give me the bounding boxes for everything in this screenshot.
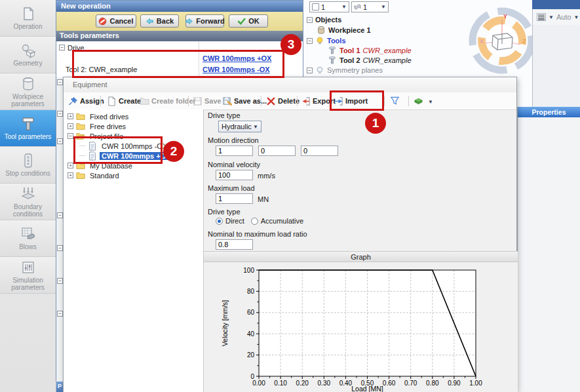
folder-icon bbox=[76, 122, 85, 131]
collapsed-properties-tab[interactable]: P bbox=[56, 381, 63, 392]
equipment-tree-item[interactable]: CWR 100mmps -OX bbox=[79, 141, 169, 151]
collapse-icon[interactable]: − bbox=[57, 245, 63, 251]
forward-button[interactable]: Forward bbox=[185, 14, 224, 28]
collapse-icon[interactable]: − bbox=[57, 278, 63, 284]
folder-open-icon bbox=[76, 132, 85, 141]
y-tick-label: 80 bbox=[247, 288, 255, 295]
expand-icon[interactable]: + bbox=[68, 163, 73, 168]
equipment-tree-item-selected[interactable]: CWR 100mmps +OX bbox=[79, 151, 172, 161]
objects-tree-tool[interactable]: Tool 1CWR_example bbox=[328, 46, 412, 55]
assign-button[interactable]: Assign bbox=[67, 94, 106, 108]
tool-row[interactable]: Tool 1: CWR_exampleCWR 100mmps +OX bbox=[56, 52, 303, 64]
objects-tree-root[interactable]: − Objects bbox=[307, 15, 341, 24]
motion-direction-z-input[interactable] bbox=[301, 146, 338, 156]
filter-button[interactable] bbox=[389, 94, 402, 108]
nominal-velocity-input[interactable] bbox=[216, 170, 253, 180]
tool-row[interactable]: Tool 2: CWR_exampleCWR 100mmps -OX bbox=[56, 64, 303, 75]
collapse-icon[interactable]: − bbox=[57, 79, 63, 85]
sidebar-item-label: Operation bbox=[12, 23, 44, 30]
workpiece-icon bbox=[317, 26, 326, 35]
collapse-icon[interactable]: − bbox=[59, 45, 65, 50]
sidebar-item-label: Geometry bbox=[12, 60, 44, 67]
drive-type-label: Drive type bbox=[208, 111, 241, 119]
back-button[interactable]: Back bbox=[140, 14, 179, 28]
expand-icon[interactable]: + bbox=[68, 172, 73, 178]
drive-graph: 0.000.100.200.300.400.500.600.700.800.90… bbox=[204, 262, 518, 392]
sidebar-item-boundary-conditions[interactable]: Boundary conditions bbox=[0, 184, 56, 220]
right-panel-caption bbox=[532, 0, 580, 9]
sidebar-item-workpiece[interactable]: Workpiece parameters bbox=[0, 73, 56, 110]
blow-selector[interactable]: 1 ▼ bbox=[351, 1, 389, 12]
tree-connector bbox=[79, 146, 85, 146]
drive-group-row[interactable]: − Drive bbox=[56, 42, 303, 53]
delete-button[interactable]: Delete bbox=[265, 94, 301, 108]
equipment-tree-item[interactable]: +Fixed drives bbox=[68, 111, 130, 121]
objects-tree-tools[interactable]: − Tools bbox=[307, 36, 346, 45]
save-as-icon bbox=[222, 96, 232, 106]
database-button[interactable] bbox=[412, 94, 425, 108]
sidebar-item-tool[interactable]: Tool parameters bbox=[0, 110, 56, 147]
nominal-velocity-label: Nominal velocity bbox=[208, 161, 260, 168]
motion-direction-x-input[interactable] bbox=[216, 146, 253, 156]
cancel-button[interactable]: Cancel bbox=[96, 14, 136, 28]
maximum-load-input[interactable] bbox=[216, 193, 253, 204]
sidebar-item-simulation-parameters[interactable]: Simulation parameters bbox=[0, 257, 56, 294]
sidebar-item-stop-conditions[interactable]: Stop conditions bbox=[0, 147, 56, 184]
equipment-tree-item[interactable]: +My Database bbox=[68, 161, 134, 170]
objects-tree-tool[interactable]: Tool 2CWR_example bbox=[328, 56, 412, 65]
operation-selector[interactable]: 1 ▼ bbox=[309, 1, 349, 12]
layers-menu-icon[interactable] bbox=[537, 13, 546, 21]
sidebar-item-operation[interactable]: Operation bbox=[0, 0, 56, 37]
objects-tree-symmetry[interactable]: − Symmetry planes bbox=[307, 66, 383, 75]
import-button[interactable]: Import bbox=[332, 94, 369, 108]
ratio-input[interactable] bbox=[216, 239, 253, 250]
tool-label: Tool 1 bbox=[339, 47, 360, 54]
drive-type-select[interactable]: Hydraulic ▼ bbox=[218, 121, 261, 132]
drive-mode-radio-direct[interactable]: Direct bbox=[216, 217, 244, 225]
view-orientation-widget[interactable]: Y Z X bbox=[468, 7, 536, 75]
radio-label: Accumulative bbox=[261, 217, 303, 225]
y-tick-label: 60 bbox=[247, 309, 255, 316]
x-tick-label: 0.00 bbox=[252, 380, 265, 387]
equipment-tree-item[interactable]: +Standard bbox=[68, 170, 121, 180]
x-tick-label: 0.40 bbox=[339, 380, 353, 387]
expand-icon[interactable]: + bbox=[68, 123, 73, 129]
drive-link[interactable]: CWR 100mmps +OX bbox=[203, 54, 271, 62]
collapse-icon[interactable]: − bbox=[307, 38, 313, 44]
chevron-down-icon[interactable]: ▼ bbox=[549, 14, 554, 20]
collapse-icon[interactable]: − bbox=[57, 111, 63, 117]
objects-tree-workpiece[interactable]: Workpiece 1 bbox=[317, 26, 371, 35]
expand-icon[interactable]: + bbox=[68, 113, 73, 119]
drive-link[interactable]: CWR 100mmps -OX bbox=[203, 66, 270, 73]
collapse-icon[interactable]: − bbox=[68, 133, 73, 139]
button-label: OK bbox=[248, 17, 260, 25]
export-button[interactable]: Export bbox=[300, 94, 337, 108]
properties-header[interactable]: Properties bbox=[518, 107, 580, 117]
expand-icon[interactable]: − bbox=[307, 68, 313, 73]
equipment-tree-item[interactable]: −Project file bbox=[68, 131, 125, 141]
collapse-icon[interactable]: − bbox=[57, 311, 63, 317]
sidebar-item-label: Stop conditions bbox=[4, 170, 51, 177]
graph-area: 0.000.100.200.300.400.500.600.700.800.90… bbox=[204, 262, 518, 392]
tools-parameters-header: Tools parameters bbox=[56, 31, 303, 41]
tool-pin-icon bbox=[328, 46, 337, 55]
chevron-down-icon[interactable]: ▼ bbox=[574, 14, 579, 20]
auto-mode-label[interactable]: Auto bbox=[556, 13, 571, 21]
toolbar-separator bbox=[188, 96, 189, 106]
create-button[interactable]: Create bbox=[106, 94, 142, 108]
boundary-conditions-icon bbox=[20, 186, 36, 202]
collapse-icon[interactable]: − bbox=[307, 17, 313, 23]
ok-button[interactable]: OK bbox=[229, 14, 268, 28]
sidebar-item-geometry[interactable]: Geometry bbox=[0, 37, 56, 73]
operation-box-icon bbox=[312, 3, 319, 10]
collapse-icon[interactable]: − bbox=[57, 212, 63, 218]
chevron-down-icon[interactable]: ▼ bbox=[428, 99, 433, 105]
equipment-tree-item[interactable]: +Free drives bbox=[68, 121, 128, 131]
right-panel-body bbox=[532, 25, 580, 107]
sidebar-item-blows[interactable]: Blows bbox=[0, 220, 56, 257]
collapse-icon[interactable]: − bbox=[57, 138, 63, 144]
drive-mode-radio-accumulative[interactable]: Accumulative bbox=[251, 217, 303, 225]
motion-direction-y-input[interactable] bbox=[258, 146, 296, 156]
drive-mode-radios: DirectAccumulative bbox=[216, 217, 310, 225]
x-tick-label: 0.20 bbox=[296, 380, 309, 387]
